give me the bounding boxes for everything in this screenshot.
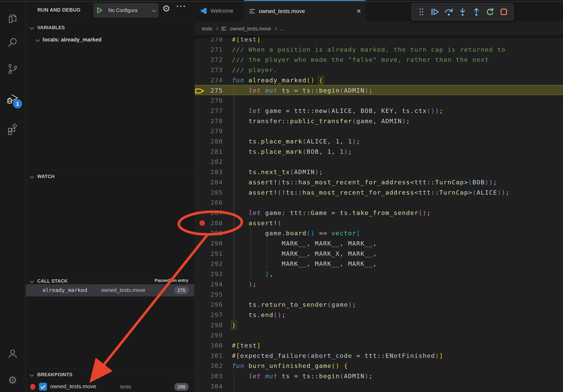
breakpoint-checkbox[interactable]: [39, 383, 47, 391]
line-number: 285: [195, 187, 223, 197]
line-number: 273: [195, 65, 223, 75]
step-into-button[interactable]: [457, 5, 469, 19]
code-text: MARK__, MARK__, MARK__,: [232, 238, 377, 248]
code-text: let game = ttt::new(ALICE, BOB, KEY, ts.…: [232, 105, 443, 116]
code-text: ts.next_tx(ADMIN);: [232, 167, 323, 177]
indent-guide: [234, 371, 234, 392]
restart-button[interactable]: [484, 5, 496, 19]
step-over-button[interactable]: [443, 5, 455, 19]
line-number: 293: [195, 269, 223, 279]
more-actions-icon[interactable]: ···: [176, 1, 186, 11]
vscode-window: 1 ⚙ RUN AND DEBUG No Configura: [0, 0, 563, 392]
line-number: 290: [195, 238, 223, 248]
line-number: 287: [195, 208, 223, 218]
code-line-288: 288 assert!(: [195, 218, 563, 228]
scroll-shadow: [195, 36, 563, 40]
frame-file-name: owned_tests.move: [101, 287, 145, 293]
breakpoint-folder: tests: [120, 384, 131, 390]
breadcrumb-item-file[interactable]: owned_tests.move: [230, 26, 271, 32]
line-number: 288: [195, 218, 223, 228]
code-line-296: 296 ts.return_to_sender(game);: [195, 300, 563, 310]
vscode-logo-icon: [200, 7, 207, 15]
debug-toolbar: [411, 3, 514, 21]
breakpoint-list-item[interactable]: owned_tests.move tests 288: [26, 382, 194, 392]
breakpoints-section-header[interactable]: BREAKPOINTS: [26, 369, 194, 380]
section-divider: [26, 368, 194, 369]
breakpoint-line-badge: 288: [174, 383, 189, 391]
run-and-debug-icon[interactable]: 1: [0, 88, 25, 112]
code-text: ts.end();: [232, 310, 286, 320]
section-divider: [26, 170, 194, 170]
debug-settings-gear-icon[interactable]: ⚙: [162, 3, 170, 14]
watch-section-header[interactable]: WATCH: [26, 171, 194, 182]
call-stack-title: CALL STACK: [37, 278, 68, 284]
tab-welcome[interactable]: Welcome: [195, 0, 244, 22]
continue-button[interactable]: [429, 5, 441, 19]
code-line-271: 271/// When a position is already marked…: [195, 44, 563, 55]
chevron-right-icon: [215, 27, 218, 30]
line-number: 271: [195, 44, 223, 55]
line-number: 300: [195, 340, 223, 351]
code-text: MARK__, MARK_X, MARK__,: [232, 248, 377, 259]
code-text: fun burn_unfinished_game() {: [232, 361, 348, 371]
search-icon[interactable]: [0, 31, 25, 54]
call-stack-frame-row[interactable]: already_marked owned_tests.move 275: [26, 284, 194, 297]
step-out-button[interactable]: [470, 5, 483, 19]
frame-function-name: already_marked: [42, 287, 87, 293]
frame-line-badge: 275: [174, 287, 189, 294]
close-icon[interactable]: ×: [357, 7, 361, 15]
line-number: 301: [195, 351, 223, 361]
indent-guide: [250, 228, 251, 279]
locals-scope-label: locals: already_marked: [43, 37, 102, 43]
account-icon[interactable]: [0, 342, 25, 366]
code-line-304: 304: [195, 381, 563, 392]
activity-bar: 1 ⚙: [0, 0, 26, 392]
line-number: 292: [195, 259, 223, 269]
variables-scope-locals[interactable]: locals: already_marked: [26, 34, 194, 45]
code-line-286: 286: [195, 197, 563, 208]
code-line-281: 281 ts.place_mark(BOB, 1, 1);: [195, 146, 563, 157]
code-line-303: 303 let mut ts = ts::begin(ADMIN);: [195, 371, 563, 381]
breadcrumb-item-more[interactable]: …: [280, 26, 285, 32]
code-text: ts.place_mark(BOB, 1, 1);: [232, 146, 352, 157]
source-control-icon[interactable]: [0, 57, 25, 81]
toolbar-drag-handle[interactable]: [415, 5, 427, 19]
breadcrumb-item-tests[interactable]: tests: [202, 26, 212, 32]
stop-button[interactable]: [498, 5, 510, 19]
chevron-down-icon: [30, 26, 34, 30]
extensions-icon[interactable]: [0, 118, 25, 141]
code-line-292: 292 MARK__, MARK__, MARK__,: [195, 259, 563, 269]
code-line-287: 287 let game: ttt::Game = ts.take_from_s…: [195, 208, 563, 218]
debug-config-dropdown[interactable]: No Configura: [94, 3, 158, 17]
chevron-down-icon: [30, 174, 34, 178]
sidebar-title: RUN AND DEBUG: [38, 7, 80, 13]
code-line-285: 285 assert!(!ts::has_most_recent_for_add…: [195, 187, 563, 197]
code-line-300: 300#[test]: [195, 340, 563, 351]
start-debug-icon[interactable]: [94, 3, 105, 17]
line-number: 278: [195, 116, 223, 126]
tab-label: owned_tests.move: [259, 8, 305, 14]
chevron-down-icon: [36, 38, 40, 42]
line-number: 284: [195, 177, 223, 187]
breakpoint-dot-icon: [30, 384, 35, 390]
line-number: 282: [195, 157, 223, 167]
variables-section-header[interactable]: VARIABLES: [26, 22, 194, 33]
code-line-284: 284 assert!(ts::has_most_recent_for_addr…: [195, 177, 563, 187]
line-number: 302: [195, 361, 223, 371]
code-line-290: 290 MARK__, MARK__, MARK__,: [195, 238, 563, 248]
code-text: /// the player who made the "false" move…: [232, 54, 489, 65]
code-line-301: 301#[expected_failure(abort_code = ttt::…: [195, 351, 563, 361]
code-text: assert!(!ts::has_most_recent_for_address…: [232, 187, 510, 197]
window-top-border: [0, 1, 563, 1]
indent-guide: [234, 85, 234, 320]
code-editor[interactable]: 270#[test]271/// When a position is alre…: [195, 36, 563, 392]
settings-gear-icon[interactable]: ⚙: [0, 368, 25, 392]
code-line-278: 278 transfer::public_transfer(game, ADMI…: [195, 116, 563, 126]
code-text: ts.place_mark(ALICE, 1, 1);: [232, 136, 360, 146]
code-text: assert!(ts::has_most_recent_for_address<…: [232, 177, 497, 187]
code-text: game.board() == vector[: [232, 228, 360, 238]
code-line-272: 272/// the player who made the "false" m…: [195, 54, 563, 65]
code-text: MARK__, MARK__, MARK__,: [232, 259, 377, 269]
tab-owned-tests-move[interactable]: owned_tests.move ×: [244, 0, 365, 22]
explorer-icon[interactable]: [0, 7, 25, 31]
